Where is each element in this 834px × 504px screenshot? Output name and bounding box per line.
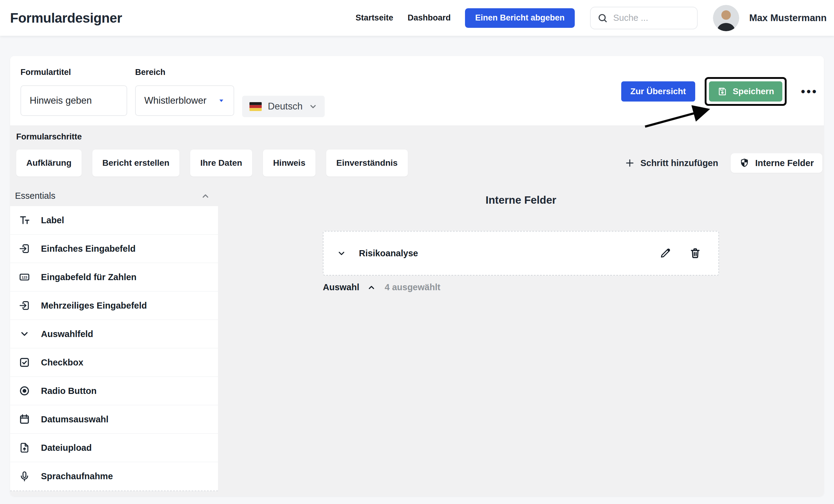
area-label: Bereich xyxy=(135,68,234,77)
more-menu-button[interactable]: ••• xyxy=(801,86,818,97)
palette-item-checkbox[interactable]: Checkbox xyxy=(10,348,218,377)
german-flag-icon xyxy=(249,102,262,111)
palette-group-label: Essentials xyxy=(15,191,55,201)
form-settings-toolbar: Formulartitel Bereich Whistlerblower xyxy=(10,56,824,125)
form-title-field-box xyxy=(21,85,127,116)
save-icon xyxy=(717,86,728,97)
field-group-label: Risikoanalyse xyxy=(359,248,418,258)
search-box[interactable] xyxy=(590,7,698,29)
header-nav: Startseite Dashboard Einen Bericht abgeb… xyxy=(355,5,827,31)
designer-panel: Formulartitel Bereich Whistlerblower xyxy=(10,56,824,496)
overview-button[interactable]: Zur Übersicht xyxy=(621,81,695,102)
form-title-label: Formulartitel xyxy=(21,68,127,77)
internal-fields-button-label: Interne Felder xyxy=(755,158,814,168)
chevron-up-icon[interactable] xyxy=(201,192,210,201)
checkbox-icon xyxy=(19,357,30,368)
palette-item-select[interactable]: Auswahlfeld xyxy=(10,320,218,348)
search-icon xyxy=(597,13,608,23)
shield-icon xyxy=(739,158,750,168)
number-input-icon: 123 xyxy=(19,271,30,283)
submit-report-button[interactable]: Einen Bericht abgeben xyxy=(465,8,575,28)
palette-item-label[interactable]: Label xyxy=(10,206,218,235)
chevron-down-icon[interactable] xyxy=(337,249,346,258)
selection-count: 4 ausgewählt xyxy=(385,282,440,292)
area-select-value: Whistlerblower xyxy=(144,95,206,106)
svg-text:123: 123 xyxy=(22,276,27,279)
palette-item-multiline-input[interactable]: Mehrzeiliges Eingabefeld xyxy=(10,291,218,320)
builder-section: Formularschritte Aufklärung Bericht erst… xyxy=(10,125,824,496)
language-selector[interactable]: Deutsch xyxy=(242,96,325,117)
microphone-icon xyxy=(19,471,30,482)
form-steps-label: Formularschritte xyxy=(10,132,824,141)
form-steps-row: Aufklärung Bericht erstellen Ihre Daten … xyxy=(10,150,824,176)
delete-trash-icon[interactable] xyxy=(689,247,701,259)
chevron-down-icon xyxy=(309,102,317,111)
search-input[interactable] xyxy=(613,13,690,23)
plus-icon xyxy=(624,157,635,169)
typography-icon xyxy=(19,214,30,226)
step-hinweis[interactable]: Hinweis xyxy=(263,150,315,176)
form-canvas: Interne Felder Risikoanalyse xyxy=(218,185,824,292)
input-icon xyxy=(19,243,30,255)
internal-fields-button[interactable]: Interne Felder xyxy=(731,153,822,173)
palette-item-date[interactable]: Datumsauswahl xyxy=(10,405,218,434)
palette-item-number-input[interactable]: 123 Eingabefeld für Zahlen xyxy=(10,263,218,291)
chevron-down-icon xyxy=(19,328,30,340)
app-title: Formulardesigner xyxy=(10,10,122,26)
selection-summary-row: Auswahl 4 ausgewählt xyxy=(323,282,719,292)
area-select[interactable]: Whistlerblower xyxy=(135,85,234,116)
selection-label[interactable]: Auswahl xyxy=(323,282,359,292)
multiline-input-icon xyxy=(19,300,30,311)
step-ihre-daten[interactable]: Ihre Daten xyxy=(190,150,252,176)
user-name[interactable]: Max Mustermann xyxy=(749,13,827,24)
step-bericht-erstellen[interactable]: Bericht erstellen xyxy=(92,150,179,176)
nav-item-startseite[interactable]: Startseite xyxy=(355,13,393,23)
dropdown-triangle-icon xyxy=(218,97,225,104)
edit-pencil-icon[interactable] xyxy=(659,247,671,259)
palette-item-simple-input[interactable]: Einfaches Eingabefeld xyxy=(10,235,218,263)
radio-icon xyxy=(19,385,30,397)
nav-item-dashboard[interactable]: Dashboard xyxy=(408,13,451,23)
chevron-up-icon[interactable] xyxy=(367,283,376,292)
canvas-title: Interne Felder xyxy=(218,194,824,206)
language-value: Deutsch xyxy=(268,101,303,112)
form-title-input[interactable] xyxy=(30,95,118,106)
field-palette: Essentials Label Einfaches Eingabefeld xyxy=(10,185,218,491)
calendar-icon xyxy=(19,414,30,425)
add-step-label: Schritt hinzufügen xyxy=(640,158,719,168)
step-aufklaerung[interactable]: Aufklärung xyxy=(16,150,82,176)
palette-item-file-upload[interactable]: Dateiupload xyxy=(10,434,218,462)
annotation-highlight-box: Speichern xyxy=(705,77,787,106)
formulardesigner-app: Formulardesigner Startseite Dashboard Ei… xyxy=(0,0,834,504)
save-button-label: Speichern xyxy=(733,87,774,96)
toolbar-actions: Zur Übersicht Speichern ••• xyxy=(621,77,818,106)
file-upload-icon xyxy=(19,442,30,454)
add-step-button[interactable]: Schritt hinzufügen xyxy=(624,157,719,169)
app-header: Formulardesigner Startseite Dashboard Ei… xyxy=(0,0,834,36)
palette-list: Label Einfaches Eingabefeld 123 Eingabef… xyxy=(10,206,218,491)
internal-field-group[interactable]: Risikoanalyse xyxy=(323,231,719,276)
palette-item-radio[interactable]: Radio Button xyxy=(10,377,218,405)
palette-group-header[interactable]: Essentials xyxy=(10,185,218,206)
save-button[interactable]: Speichern xyxy=(709,81,782,102)
avatar[interactable] xyxy=(713,5,739,31)
palette-item-voice-recording[interactable]: Sprachaufnahme xyxy=(10,462,218,490)
step-einverstaendnis[interactable]: Einverständnis xyxy=(326,150,408,176)
